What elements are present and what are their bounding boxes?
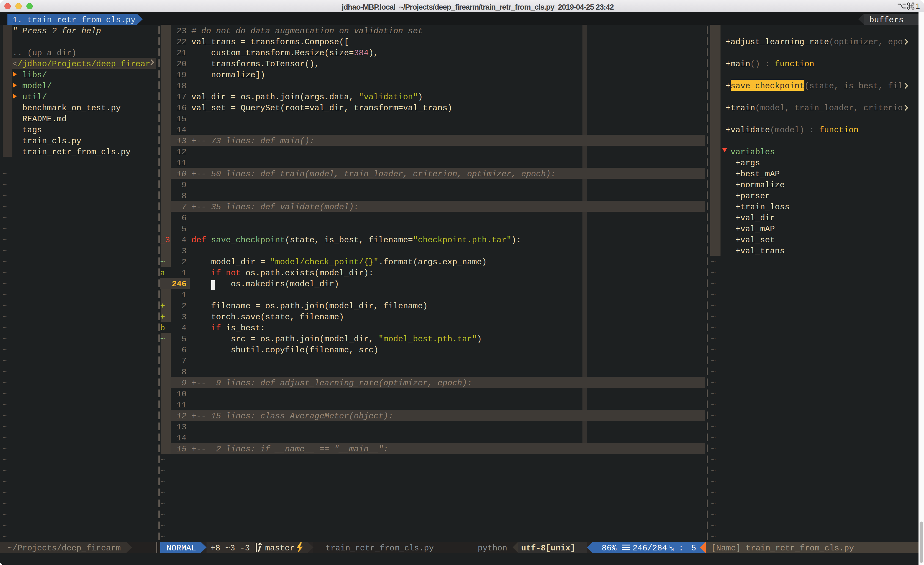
svg-text:1: 1 (916, 2, 920, 10)
